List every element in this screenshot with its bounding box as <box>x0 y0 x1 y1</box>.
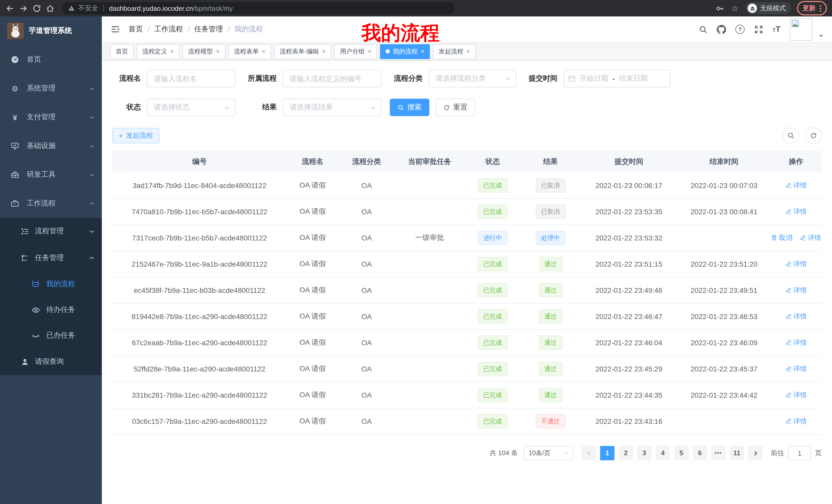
update-label[interactable]: 更新 <box>803 4 815 12</box>
reset-button[interactable]: 重置 <box>436 99 475 116</box>
tab-my-process[interactable]: 我的流程× <box>380 44 430 59</box>
page-ellipsis[interactable]: ••• <box>711 446 726 460</box>
cell-id: 67c2eaab-7b9a-11ec-a290-acde48001122 <box>112 330 287 356</box>
detail-link[interactable]: 详情 <box>785 417 807 426</box>
sidebar: 芋道管理系统 首页 ⚙ 系统管理 ¥ 支付管理 基础设施 <box>0 17 102 504</box>
sidebar-item-leave-query[interactable]: 请假查询 <box>0 348 102 375</box>
update-button[interactable]: 更新 <box>797 1 827 16</box>
help-icon[interactable]: ? <box>735 25 745 34</box>
cell-current-task <box>395 330 464 356</box>
tab-user-group[interactable]: 用户分组× <box>334 44 377 59</box>
close-icon[interactable]: × <box>262 48 265 55</box>
home-icon[interactable] <box>45 4 54 13</box>
bookmark-star-icon[interactable]: ☆ <box>730 4 739 13</box>
sidebar-collapse-icon[interactable] <box>110 24 120 34</box>
result-select[interactable]: 请选择流结果 <box>283 99 382 116</box>
url-path[interactable]: /bpm/task/my <box>193 4 233 12</box>
browser-menu-icon[interactable] <box>820 5 821 11</box>
cell-current-task[interactable]: 一级审批 <box>395 225 464 251</box>
sidebar-item-devtools[interactable]: 研发工具 <box>0 160 102 189</box>
table-row: 3ad174fb-7b9d-11ec-8404-acde48001122 OA … <box>112 173 822 199</box>
detail-label: 详情 <box>794 338 807 347</box>
close-icon[interactable]: × <box>216 48 219 55</box>
breadcrumb-task-management[interactable]: 任务管理 <box>194 25 223 34</box>
sidebar-item-label: 流程管理 <box>35 227 64 236</box>
detail-link[interactable]: 详情 <box>785 181 807 190</box>
fullscreen-icon[interactable] <box>754 25 763 34</box>
tab-home[interactable]: 首页 <box>110 44 134 59</box>
page-button-4[interactable]: 4 <box>656 446 670 460</box>
toolbox-icon <box>10 171 20 179</box>
close-icon[interactable]: × <box>421 48 424 55</box>
detail-link[interactable]: 详情 <box>785 259 807 269</box>
detail-link[interactable]: 详情 <box>800 233 821 243</box>
tab-process-form[interactable]: 流程表单× <box>228 44 271 59</box>
sidebar-item-infrastructure[interactable]: 基础设施 <box>0 132 102 160</box>
process-name-input[interactable] <box>147 70 235 87</box>
detail-link[interactable]: 详情 <box>785 390 807 400</box>
sidebar-item-todo-tasks[interactable]: 待办任务 <box>0 297 102 323</box>
toolbar-refresh-icon[interactable] <box>805 128 822 144</box>
page-button-2[interactable]: 2 <box>619 446 633 460</box>
github-icon[interactable] <box>717 25 726 34</box>
sidebar-item-done-tasks[interactable]: 已办任务 <box>0 323 102 348</box>
cell-current-task <box>395 303 464 330</box>
detail-link[interactable]: 详情 <box>785 207 807 216</box>
start-process-button[interactable]: + 发起流程 <box>112 128 159 143</box>
page-button-5[interactable]: 5 <box>674 446 688 460</box>
sidebar-item-system[interactable]: ⚙ 系统管理 <box>0 74 102 103</box>
page-button-6[interactable]: 6 <box>693 446 707 460</box>
close-icon[interactable]: × <box>368 48 371 55</box>
sidebar-item-my-process[interactable]: 我的流程 <box>0 271 102 297</box>
status-select[interactable]: 请选择状态 <box>147 99 235 116</box>
search-icon[interactable] <box>698 25 707 34</box>
result-badge: 通过 <box>539 335 562 350</box>
detail-link[interactable]: 详情 <box>785 338 807 347</box>
breadcrumb-workflow[interactable]: 工作流程 <box>154 25 183 34</box>
detail-link[interactable]: 详情 <box>785 364 807 373</box>
close-icon[interactable]: × <box>466 48 470 55</box>
tab-process-form-edit[interactable]: 流程表单-编辑× <box>274 44 331 59</box>
sidebar-item-workflow[interactable]: 工作流程 <box>0 189 102 218</box>
process-definition-input[interactable] <box>283 70 382 87</box>
address-bar[interactable]: 不安全 dashboard.yudao.iocoder.cn /bpm/task… <box>62 2 454 15</box>
close-icon[interactable]: × <box>322 48 326 55</box>
page-button-1[interactable]: 1 <box>600 446 615 460</box>
cancel-link[interactable]: 取消 <box>771 233 792 243</box>
search-button[interactable]: 搜索 <box>390 99 430 116</box>
detail-link[interactable]: 详情 <box>785 312 807 321</box>
detail-link[interactable]: 详情 <box>785 286 807 295</box>
tab-process-model[interactable]: 流程模型× <box>183 44 225 59</box>
next-page-button[interactable] <box>748 446 762 460</box>
pagination: 共 104 条 10条/页 1 2 3 4 5 6 ••• 11 <box>112 446 822 460</box>
cell-category: OA <box>338 356 395 382</box>
cell-end-time: 2022-01-22 23:49:51 <box>678 277 770 303</box>
url-host[interactable]: dashboard.yudao.iocoder.cn <box>109 4 193 12</box>
avatar[interactable] <box>790 18 812 40</box>
goto-page-input[interactable] <box>788 446 811 460</box>
back-icon[interactable] <box>5 4 15 13</box>
forward-icon[interactable] <box>19 4 28 13</box>
password-key-icon[interactable] <box>715 4 724 13</box>
prev-page-button[interactable] <box>581 446 596 460</box>
sidebar-item-payment[interactable]: ¥ 支付管理 <box>0 103 102 132</box>
tab-start-process[interactable]: 发起流程× <box>433 44 476 59</box>
page-button-3[interactable]: 3 <box>637 446 651 460</box>
submit-time-range-picker[interactable]: 开始日期 - 结束日期 <box>564 70 671 87</box>
user-icon <box>21 358 29 366</box>
security-label[interactable]: 不安全 <box>78 4 98 13</box>
sidebar-item-home[interactable]: 首页 <box>0 45 102 74</box>
process-category-select[interactable]: 请选择流程分类 <box>429 70 516 87</box>
font-size-icon[interactable]: TT <box>772 25 781 34</box>
toolbar-search-icon[interactable] <box>783 128 799 144</box>
page-size-select[interactable]: 10条/页 <box>524 446 573 460</box>
breadcrumb-home[interactable]: 首页 <box>129 25 143 34</box>
reload-icon[interactable] <box>32 4 41 13</box>
page-button-11[interactable]: 11 <box>730 446 744 460</box>
close-icon[interactable]: × <box>170 48 174 55</box>
sidebar-item-task-management[interactable]: 任务管理 <box>0 245 102 271</box>
cell-name: OA 请假 <box>287 277 338 303</box>
avatar-caret-icon[interactable] <box>818 33 824 38</box>
tab-process-definition[interactable]: 流程定义× <box>137 44 179 59</box>
sidebar-item-process-management[interactable]: 流程管理 <box>0 218 102 245</box>
